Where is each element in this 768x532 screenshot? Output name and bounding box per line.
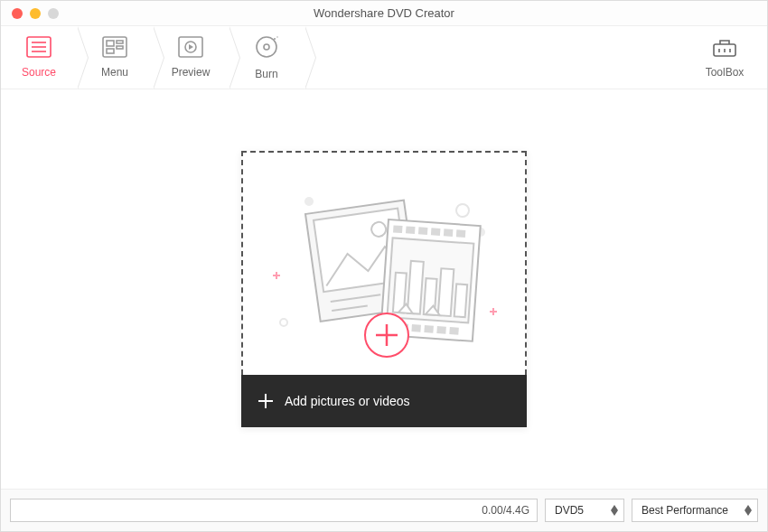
source-icon bbox=[26, 36, 52, 61]
svg-point-12 bbox=[257, 37, 276, 57]
svg-rect-38 bbox=[444, 229, 454, 237]
menu-icon bbox=[102, 36, 127, 61]
toolbox-button[interactable]: ToolBox bbox=[693, 26, 756, 89]
dropzone[interactable]: Add pictures or videos bbox=[241, 151, 527, 427]
capacity-meter: 0.00/4.4G bbox=[10, 499, 538, 522]
step-source[interactable]: Source bbox=[1, 26, 77, 89]
svg-rect-43 bbox=[424, 325, 434, 333]
svg-rect-48 bbox=[407, 261, 424, 314]
toolbox-label: ToolBox bbox=[706, 66, 745, 79]
svg-rect-45 bbox=[449, 327, 459, 335]
traffic-lights bbox=[1, 8, 59, 19]
svg-point-25 bbox=[456, 204, 469, 217]
svg-rect-7 bbox=[117, 46, 123, 49]
svg-point-15 bbox=[276, 36, 277, 37]
svg-rect-8 bbox=[107, 49, 114, 53]
bottombar: 0.00/4.4G DVD5 Best Performance bbox=[1, 489, 767, 531]
burn-icon bbox=[254, 34, 279, 62]
close-window-button[interactable] bbox=[12, 8, 23, 19]
quality-select[interactable]: Best Performance bbox=[632, 499, 758, 522]
capacity-text: 0.00/4.4G bbox=[482, 504, 529, 517]
svg-rect-37 bbox=[431, 228, 441, 236]
svg-rect-34 bbox=[393, 225, 403, 233]
step-burn[interactable]: Burn bbox=[229, 26, 304, 89]
step-label: Preview bbox=[172, 66, 211, 79]
svg-rect-39 bbox=[456, 229, 466, 238]
quality-value: Best Performance bbox=[642, 504, 728, 517]
svg-point-24 bbox=[304, 197, 314, 206]
svg-rect-50 bbox=[438, 268, 454, 316]
svg-rect-5 bbox=[107, 41, 114, 46]
svg-rect-35 bbox=[406, 226, 416, 234]
toolbox-icon bbox=[712, 36, 737, 61]
stepper-icon bbox=[611, 505, 618, 516]
breadcrumb: Source Menu Pr bbox=[1, 26, 304, 89]
svg-marker-60 bbox=[611, 510, 618, 516]
add-media-button[interactable]: Add pictures or videos bbox=[241, 375, 527, 427]
svg-point-13 bbox=[264, 44, 269, 50]
disc-type-value: DVD5 bbox=[555, 504, 584, 517]
add-media-label: Add pictures or videos bbox=[285, 394, 410, 408]
dropzone-illustration bbox=[241, 151, 527, 375]
step-label: Burn bbox=[255, 68, 277, 80]
window-title: Wondershare DVD Creator bbox=[1, 6, 767, 20]
titlebar: Wondershare DVD Creator bbox=[1, 1, 767, 26]
svg-rect-51 bbox=[454, 284, 467, 317]
svg-marker-62 bbox=[745, 510, 752, 516]
maximize-window-button[interactable] bbox=[48, 8, 59, 19]
svg-rect-42 bbox=[411, 324, 421, 332]
step-menu[interactable]: Menu bbox=[77, 26, 153, 89]
svg-rect-44 bbox=[436, 326, 446, 334]
minimize-window-button[interactable] bbox=[30, 8, 41, 19]
disc-type-select[interactable]: DVD5 bbox=[545, 499, 624, 522]
step-label: Menu bbox=[101, 66, 128, 79]
step-label: Source bbox=[22, 66, 56, 79]
content-area: Add pictures or videos bbox=[1, 89, 767, 489]
svg-point-27 bbox=[280, 319, 287, 326]
plus-icon bbox=[258, 393, 274, 409]
toolbar: Source Menu Pr bbox=[1, 26, 767, 89]
svg-rect-6 bbox=[117, 41, 123, 43]
step-preview[interactable]: Preview bbox=[153, 26, 229, 89]
stepper-icon bbox=[745, 505, 752, 516]
svg-marker-11 bbox=[189, 44, 193, 50]
svg-rect-36 bbox=[418, 227, 428, 235]
preview-icon bbox=[178, 36, 203, 61]
svg-point-14 bbox=[274, 38, 276, 40]
